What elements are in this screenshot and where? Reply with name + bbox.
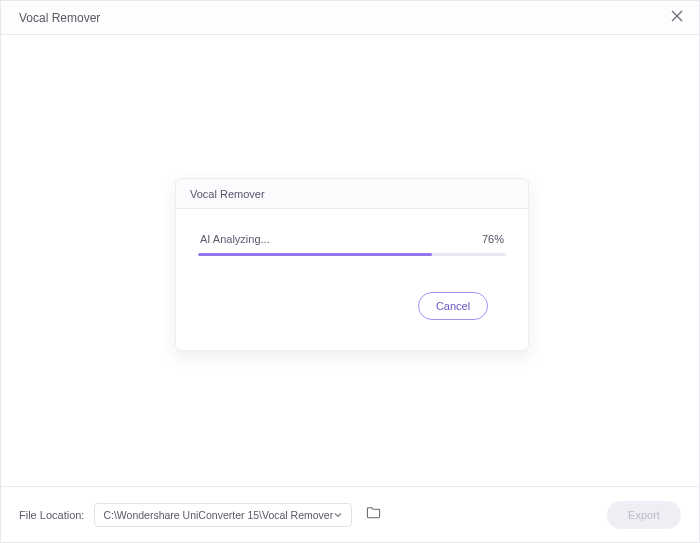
footer-bar: File Location: C:\Wondershare UniConvert… <box>1 486 699 542</box>
main-content: Vocal Remover AI Analyzing... 76% Cancel <box>1 35 699 486</box>
close-button[interactable] <box>665 6 689 30</box>
app-window: Vocal Remover Vocal Remover AI Analyzing… <box>0 0 700 543</box>
status-text: AI Analyzing... <box>200 233 270 245</box>
file-location-select[interactable]: C:\Wondershare UniConverter 15\Vocal Rem… <box>94 503 352 527</box>
folder-icon <box>366 505 381 524</box>
dialog-body: AI Analyzing... 76% Cancel <box>176 209 528 350</box>
cancel-button[interactable]: Cancel <box>418 292 488 320</box>
status-row: AI Analyzing... 76% <box>198 233 506 245</box>
file-location-label: File Location: <box>19 509 84 521</box>
titlebar: Vocal Remover <box>1 1 699 35</box>
chevron-down-icon <box>333 510 343 520</box>
file-location-path: C:\Wondershare UniConverter 15\Vocal Rem… <box>103 509 333 521</box>
export-button[interactable]: Export <box>607 501 681 529</box>
progress-percent: 76% <box>482 233 504 245</box>
window-title: Vocal Remover <box>19 11 100 25</box>
dialog-title: Vocal Remover <box>190 188 265 200</box>
progress-dialog: Vocal Remover AI Analyzing... 76% Cancel <box>175 178 529 351</box>
open-folder-button[interactable] <box>362 504 384 526</box>
dialog-header: Vocal Remover <box>176 179 528 209</box>
dialog-footer: Cancel <box>198 256 506 336</box>
close-icon <box>670 9 684 27</box>
